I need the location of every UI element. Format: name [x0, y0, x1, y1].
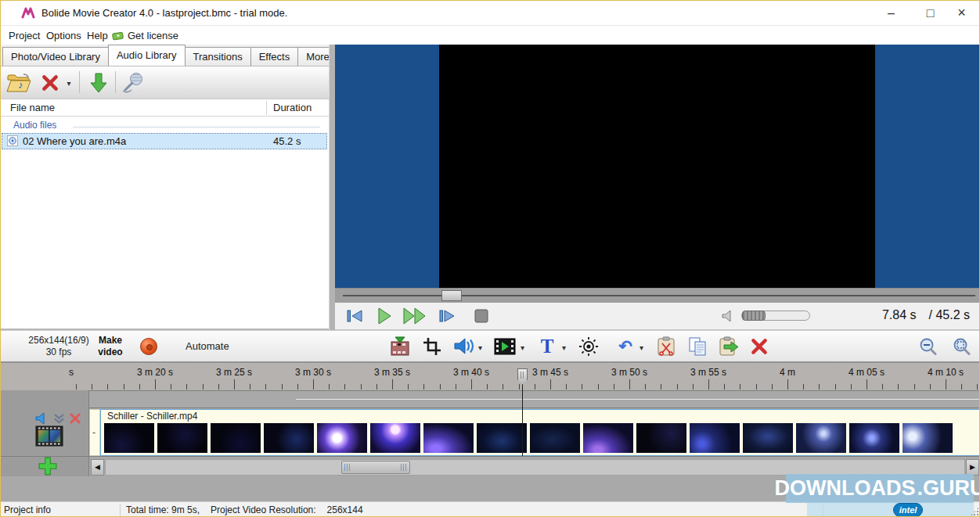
ruler-label: 3 m 35 s [374, 367, 410, 378]
brightness-icon [578, 336, 599, 357]
tab-audio-library[interactable]: Audio Library [108, 45, 186, 66]
undo-dropdown[interactable]: ▾ [640, 343, 643, 352]
ruler-tick [914, 384, 915, 390]
ruler-tick [297, 384, 298, 390]
clip-thumbnail [903, 423, 953, 453]
clip-thumbnails [101, 423, 980, 453]
ruler-tick [487, 384, 488, 390]
time-display: 7.84 s/ 45.2 s [882, 308, 970, 322]
track-delete-icon[interactable] [70, 413, 81, 424]
scrollbar-thumb[interactable] [341, 461, 410, 474]
ruler-tick [377, 384, 377, 390]
timeline: s3 m 20 s3 m 25 s3 m 30 s3 m 35 s3 m 40 … [1, 362, 980, 517]
track-mute-icon[interactable] [35, 412, 49, 425]
ruler-tick [218, 384, 219, 390]
download-audio-button[interactable] [85, 70, 112, 95]
clip-left-handle[interactable]: - [89, 409, 100, 456]
stop-icon [474, 308, 489, 324]
volume-thumb[interactable] [742, 311, 766, 321]
ruler-label: 3 m 30 s [295, 367, 331, 378]
file-row[interactable]: 02 Where you are.m4a45.2 s [2, 134, 326, 149]
file-name: 02 Where you are.m4a [23, 135, 126, 147]
delete-dropdown-button[interactable]: ▾ [63, 70, 74, 95]
make-video-button[interactable]: Make video [92, 335, 129, 358]
ruler-label: 3 m 50 s [611, 367, 647, 378]
stop-button[interactable] [470, 306, 493, 326]
maximize-button[interactable]: □ [913, 1, 948, 25]
menu-get-license[interactable]: Get license [124, 28, 182, 43]
ruler-tick [898, 384, 899, 390]
menu-options[interactable]: Options [43, 28, 85, 43]
ruler-label: 3 m 40 s [453, 367, 489, 378]
record-button[interactable] [140, 338, 157, 355]
seek-track[interactable] [343, 295, 975, 296]
play-icon [376, 307, 393, 325]
tab-effects[interactable]: Effects [250, 47, 299, 66]
ruler-tick [471, 379, 472, 390]
add-to-timeline-button[interactable] [389, 336, 411, 357]
scrollbar-track[interactable] [105, 459, 965, 476]
audio-settings-button[interactable] [453, 336, 475, 357]
scroll-left-button[interactable]: ◀ [91, 459, 104, 476]
seek-handle[interactable] [441, 290, 462, 301]
scroll-right-button[interactable]: ▶ [966, 459, 979, 476]
ruler-label: 4 m [780, 367, 795, 378]
seek-bar[interactable] [335, 288, 980, 303]
undo-button[interactable]: ↶ [614, 336, 636, 357]
volume-slider[interactable] [741, 311, 810, 321]
video-effects-button[interactable] [494, 336, 516, 357]
open-audio-file-button[interactable]: ♪ [5, 70, 32, 95]
tab-photo-video-library[interactable]: Photo/Video Library [2, 47, 109, 66]
add-text-button[interactable]: T [536, 336, 558, 357]
clip-thumbnail [211, 423, 261, 453]
ruler-tick [107, 384, 108, 390]
delete-audio-file-button[interactable] [37, 70, 63, 95]
text-dropdown[interactable]: ▾ [562, 343, 566, 352]
ruler-tick [803, 384, 804, 390]
audio-dropdown[interactable]: ▾ [478, 343, 482, 352]
menu-help[interactable]: Help [84, 28, 111, 43]
column-duration[interactable]: Duration [273, 102, 312, 113]
video-dropdown[interactable]: ▾ [521, 343, 524, 352]
fast-forward-button[interactable] [401, 306, 432, 326]
clip-thumbnail [423, 423, 474, 453]
cut-button[interactable] [655, 336, 677, 357]
previous-frame-button[interactable] [343, 306, 366, 326]
close-button[interactable]: × [944, 1, 979, 25]
next-frame-icon [438, 308, 456, 324]
ruler-label: 3 m 20 s [137, 367, 173, 378]
collapse-mark: - [92, 427, 95, 438]
column-file-name[interactable]: File name [10, 102, 55, 113]
status-total-time: Total time: 9m 5s, [126, 504, 200, 515]
track-area-line [296, 399, 980, 400]
crop-button[interactable] [421, 336, 443, 357]
tab-transitions[interactable]: Transitions [185, 47, 251, 66]
clip-thumbnail [849, 423, 899, 453]
mute-button[interactable] [720, 306, 736, 326]
status-resolution-label: Project Video Resolution: [211, 504, 316, 515]
brightness-button[interactable] [578, 336, 600, 357]
library-panel: Photo/Video LibraryAudio LibraryTransiti… [1, 45, 329, 330]
next-frame-button[interactable] [435, 306, 459, 326]
application-window: Bolide Movie Creator 4.0 - lastproject.b… [0, 0, 980, 517]
project-toolbar: 256x144(16/9) 30 fps Make video Automate [1, 330, 980, 362]
menu-project[interactable]: Project [5, 28, 43, 43]
zoom-out-button[interactable] [917, 336, 939, 357]
zoom-fit-button[interactable] [950, 336, 972, 357]
record-voice-button[interactable] [120, 70, 146, 95]
timeline-clip[interactable]: Schiller - Schiller.mp4 [100, 409, 980, 456]
add-track-button[interactable] [38, 457, 57, 476]
timeline-ruler[interactable]: s3 m 20 s3 m 25 s3 m 30 s3 m 35 s3 m 40 … [1, 363, 980, 390]
automate-button[interactable]: Automate [186, 340, 229, 352]
paste-button[interactable] [718, 336, 740, 357]
minimize-button[interactable]: – [874, 1, 909, 25]
play-button[interactable] [373, 306, 396, 326]
ruler-tick [250, 384, 250, 390]
panel-splitter[interactable] [329, 45, 335, 330]
clip-thumbnail [317, 423, 367, 453]
column-divider[interactable] [266, 101, 267, 115]
copy-button[interactable] [686, 336, 708, 357]
track-collapse-icon[interactable] [53, 413, 65, 424]
clip-thumbnail [743, 423, 793, 453]
delete-clip-button[interactable] [748, 336, 770, 357]
